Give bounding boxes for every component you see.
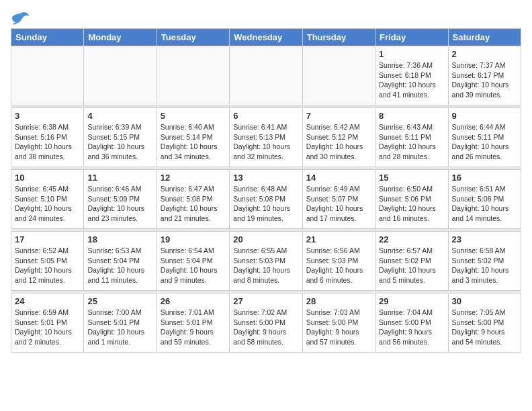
day-number: 12 xyxy=(161,173,226,183)
day-info: Sunrise: 6:47 AM Sunset: 5:08 PM Dayligh… xyxy=(161,184,226,224)
day-info: Sunrise: 6:55 AM Sunset: 5:03 PM Dayligh… xyxy=(233,246,298,285)
day-info: Sunrise: 7:37 AM Sunset: 6:17 PM Dayligh… xyxy=(452,60,517,100)
calendar-cell: 15Sunrise: 6:50 AM Sunset: 5:06 PM Dayli… xyxy=(375,170,448,229)
day-info: Sunrise: 7:05 AM Sunset: 5:00 PM Dayligh… xyxy=(452,308,517,347)
calendar-cell: 8Sunrise: 6:43 AM Sunset: 5:11 PM Daylig… xyxy=(375,108,448,167)
calendar-cell: 26Sunrise: 7:01 AM Sunset: 5:01 PM Dayli… xyxy=(157,293,229,353)
calendar-cell: 28Sunrise: 7:03 AM Sunset: 5:00 PM Dayli… xyxy=(302,293,375,353)
calendar-week-row: 24Sunrise: 6:59 AM Sunset: 5:01 PM Dayli… xyxy=(11,293,521,353)
calendar-header-monday: Monday xyxy=(84,29,157,46)
day-info: Sunrise: 7:04 AM Sunset: 5:00 PM Dayligh… xyxy=(379,308,444,347)
day-number: 20 xyxy=(233,234,298,244)
day-info: Sunrise: 6:39 AM Sunset: 5:15 PM Dayligh… xyxy=(87,122,152,162)
calendar-cell: 2Sunrise: 7:37 AM Sunset: 6:17 PM Daylig… xyxy=(448,46,521,105)
day-number: 9 xyxy=(452,111,517,121)
calendar-cell xyxy=(157,46,229,105)
day-number: 18 xyxy=(87,234,152,244)
calendar-header-friday: Friday xyxy=(375,29,448,46)
day-number: 10 xyxy=(15,173,80,183)
day-info: Sunrise: 6:57 AM Sunset: 5:02 PM Dayligh… xyxy=(379,246,444,285)
calendar-cell xyxy=(84,46,157,105)
day-info: Sunrise: 6:46 AM Sunset: 5:09 PM Dayligh… xyxy=(87,184,152,224)
day-number: 1 xyxy=(379,49,444,59)
calendar-cell xyxy=(230,46,302,105)
calendar-cell: 23Sunrise: 6:58 AM Sunset: 5:02 PM Dayli… xyxy=(448,232,521,291)
day-info: Sunrise: 6:41 AM Sunset: 5:13 PM Dayligh… xyxy=(233,122,298,162)
day-info: Sunrise: 7:02 AM Sunset: 5:00 PM Dayligh… xyxy=(233,308,298,347)
day-info: Sunrise: 7:00 AM Sunset: 5:01 PM Dayligh… xyxy=(87,308,152,347)
day-number: 28 xyxy=(306,296,371,306)
calendar-header-row: SundayMondayTuesdayWednesdayThursdayFrid… xyxy=(11,29,521,46)
day-info: Sunrise: 6:58 AM Sunset: 5:02 PM Dayligh… xyxy=(452,246,517,285)
day-number: 11 xyxy=(87,173,152,183)
day-number: 7 xyxy=(306,111,371,121)
day-info: Sunrise: 6:49 AM Sunset: 5:07 PM Dayligh… xyxy=(306,184,371,224)
day-number: 4 xyxy=(87,111,152,121)
logo-bird-icon xyxy=(11,11,30,26)
day-info: Sunrise: 6:56 AM Sunset: 5:03 PM Dayligh… xyxy=(306,246,371,285)
day-number: 24 xyxy=(15,296,80,306)
day-info: Sunrise: 6:43 AM Sunset: 5:11 PM Dayligh… xyxy=(379,122,444,162)
day-number: 26 xyxy=(161,296,226,306)
day-number: 13 xyxy=(233,173,298,183)
day-info: Sunrise: 7:36 AM Sunset: 6:18 PM Dayligh… xyxy=(379,60,444,100)
calendar-cell: 11Sunrise: 6:46 AM Sunset: 5:09 PM Dayli… xyxy=(84,170,157,229)
calendar-cell xyxy=(302,46,375,105)
day-info: Sunrise: 6:42 AM Sunset: 5:12 PM Dayligh… xyxy=(306,122,371,162)
calendar-cell: 14Sunrise: 6:49 AM Sunset: 5:07 PM Dayli… xyxy=(302,170,375,229)
day-info: Sunrise: 7:03 AM Sunset: 5:00 PM Dayligh… xyxy=(306,308,371,347)
calendar-header-thursday: Thursday xyxy=(302,29,375,46)
day-info: Sunrise: 6:38 AM Sunset: 5:16 PM Dayligh… xyxy=(15,122,80,162)
calendar-cell: 1Sunrise: 7:36 AM Sunset: 6:18 PM Daylig… xyxy=(375,46,448,105)
day-number: 27 xyxy=(233,296,298,306)
calendar-cell: 4Sunrise: 6:39 AM Sunset: 5:15 PM Daylig… xyxy=(84,108,157,167)
calendar-week-row: 17Sunrise: 6:52 AM Sunset: 5:05 PM Dayli… xyxy=(11,232,521,291)
day-info: Sunrise: 6:40 AM Sunset: 5:14 PM Dayligh… xyxy=(161,122,226,162)
day-info: Sunrise: 6:52 AM Sunset: 5:05 PM Dayligh… xyxy=(15,246,80,285)
calendar-cell: 25Sunrise: 7:00 AM Sunset: 5:01 PM Dayli… xyxy=(84,293,157,353)
calendar-cell: 6Sunrise: 6:41 AM Sunset: 5:13 PM Daylig… xyxy=(230,108,302,167)
calendar-week-row: 1Sunrise: 7:36 AM Sunset: 6:18 PM Daylig… xyxy=(11,46,521,105)
day-info: Sunrise: 6:59 AM Sunset: 5:01 PM Dayligh… xyxy=(15,308,80,347)
day-info: Sunrise: 6:44 AM Sunset: 5:11 PM Dayligh… xyxy=(452,122,517,162)
day-number: 3 xyxy=(15,111,80,121)
calendar-cell xyxy=(11,46,84,105)
calendar-cell: 9Sunrise: 6:44 AM Sunset: 5:11 PM Daylig… xyxy=(448,108,521,167)
day-number: 6 xyxy=(233,111,298,121)
calendar-cell: 7Sunrise: 6:42 AM Sunset: 5:12 PM Daylig… xyxy=(302,108,375,167)
day-number: 5 xyxy=(161,111,226,121)
calendar-header-wednesday: Wednesday xyxy=(230,29,302,46)
calendar-cell: 22Sunrise: 6:57 AM Sunset: 5:02 PM Dayli… xyxy=(375,232,448,291)
day-info: Sunrise: 6:45 AM Sunset: 5:10 PM Dayligh… xyxy=(15,184,80,224)
calendar-header-sunday: Sunday xyxy=(11,29,84,46)
calendar-table: SundayMondayTuesdayWednesdayThursdayFrid… xyxy=(11,28,521,353)
header xyxy=(11,11,521,26)
calendar-cell: 24Sunrise: 6:59 AM Sunset: 5:01 PM Dayli… xyxy=(11,293,84,353)
day-info: Sunrise: 6:51 AM Sunset: 5:06 PM Dayligh… xyxy=(452,184,517,224)
calendar-cell: 16Sunrise: 6:51 AM Sunset: 5:06 PM Dayli… xyxy=(448,170,521,229)
day-number: 17 xyxy=(15,234,80,244)
calendar-cell: 20Sunrise: 6:55 AM Sunset: 5:03 PM Dayli… xyxy=(230,232,302,291)
day-number: 2 xyxy=(452,49,517,59)
day-info: Sunrise: 6:48 AM Sunset: 5:08 PM Dayligh… xyxy=(233,184,298,224)
day-number: 23 xyxy=(452,234,517,244)
day-info: Sunrise: 6:50 AM Sunset: 5:06 PM Dayligh… xyxy=(379,184,444,224)
day-number: 29 xyxy=(379,296,444,306)
calendar-header-saturday: Saturday xyxy=(448,29,521,46)
calendar-cell: 18Sunrise: 6:53 AM Sunset: 5:04 PM Dayli… xyxy=(84,232,157,291)
day-number: 8 xyxy=(379,111,444,121)
calendar-cell: 3Sunrise: 6:38 AM Sunset: 5:16 PM Daylig… xyxy=(11,108,84,167)
day-number: 16 xyxy=(452,173,517,183)
calendar-cell: 30Sunrise: 7:05 AM Sunset: 5:00 PM Dayli… xyxy=(448,293,521,353)
day-number: 19 xyxy=(161,234,226,244)
day-info: Sunrise: 6:54 AM Sunset: 5:04 PM Dayligh… xyxy=(161,246,226,285)
calendar-cell: 12Sunrise: 6:47 AM Sunset: 5:08 PM Dayli… xyxy=(157,170,229,229)
day-number: 14 xyxy=(306,173,371,183)
calendar-header-tuesday: Tuesday xyxy=(157,29,229,46)
calendar-week-row: 3Sunrise: 6:38 AM Sunset: 5:16 PM Daylig… xyxy=(11,108,521,167)
day-info: Sunrise: 6:53 AM Sunset: 5:04 PM Dayligh… xyxy=(87,246,152,285)
calendar-cell: 19Sunrise: 6:54 AM Sunset: 5:04 PM Dayli… xyxy=(157,232,229,291)
day-number: 30 xyxy=(452,296,517,306)
calendar-cell: 29Sunrise: 7:04 AM Sunset: 5:00 PM Dayli… xyxy=(375,293,448,353)
calendar-cell: 17Sunrise: 6:52 AM Sunset: 5:05 PM Dayli… xyxy=(11,232,84,291)
